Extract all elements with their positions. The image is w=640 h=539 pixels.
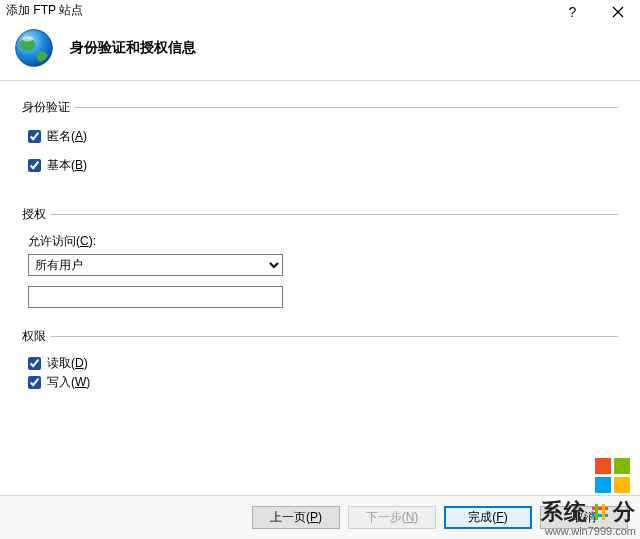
anonymous-checkbox-input[interactable] (28, 130, 41, 143)
authorization-legend: 授权 (22, 206, 50, 223)
auth-section: 身份验证 匿名(A) 基本(B) (22, 99, 618, 192)
allow-access-label: 允许访问(C): (28, 233, 616, 250)
globe-icon (12, 26, 56, 70)
specific-users-input[interactable] (28, 286, 283, 308)
wizard-body: 身份验证 匿名(A) 基本(B) 授权 允许访问(C): 所有用户 (0, 81, 640, 423)
page-title: 身份验证和授权信息 (70, 39, 196, 57)
write-checkbox-input[interactable] (28, 376, 41, 389)
permissions-legend: 权限 (22, 328, 50, 345)
window-title: 添加 FTP 站点 (6, 2, 83, 19)
finish-button[interactable]: 完成(F) (444, 506, 532, 529)
title-bar: 添加 FTP 站点 ? (0, 0, 640, 22)
next-button: 下一步(N) (348, 506, 436, 529)
cancel-button[interactable]: 取消 (540, 506, 628, 529)
basic-checkbox-input[interactable] (28, 159, 41, 172)
close-icon (612, 6, 624, 18)
permissions-section: 权限 读取(D) 写入(W) (22, 328, 618, 399)
svg-point-1 (22, 36, 33, 42)
wizard-header: 身份验证和授权信息 (0, 22, 640, 81)
window-controls: ? (550, 2, 640, 22)
prev-button[interactable]: 上一页(P) (252, 506, 340, 529)
authorization-section: 授权 允许访问(C): 所有用户 (22, 206, 618, 314)
basic-checkbox[interactable]: 基本(B) (28, 157, 616, 174)
wizard-footer: 上一页(P) 下一步(N) 完成(F) 取消 (0, 495, 640, 539)
microsoft-logo-icon (595, 458, 630, 493)
allow-access-select[interactable]: 所有用户 (28, 254, 283, 276)
read-checkbox[interactable]: 读取(D) (28, 355, 616, 372)
write-checkbox[interactable]: 写入(W) (28, 374, 616, 391)
read-checkbox-input[interactable] (28, 357, 41, 370)
close-button[interactable] (595, 2, 640, 22)
help-button[interactable]: ? (550, 2, 595, 22)
anonymous-checkbox[interactable]: 匿名(A) (28, 128, 616, 145)
auth-legend: 身份验证 (22, 99, 74, 116)
